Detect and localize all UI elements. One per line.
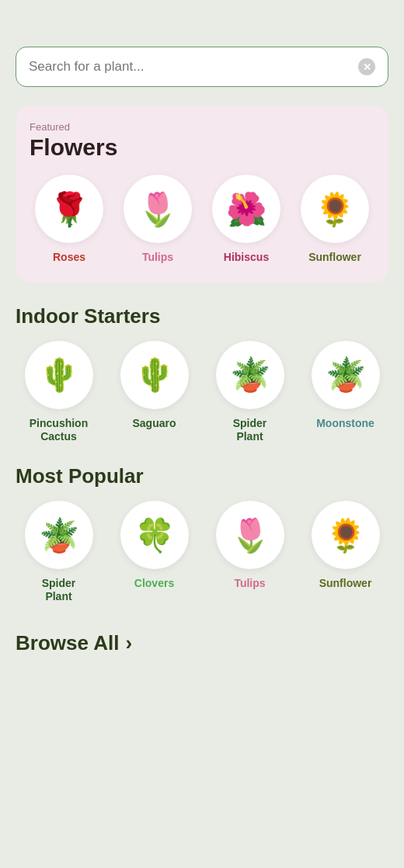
featured-label: Featured xyxy=(30,121,374,133)
plant-item[interactable]: 🪴Moonstone xyxy=(302,341,388,443)
plant-label: Saguaro xyxy=(132,417,176,430)
search-bar: ✕ xyxy=(16,47,388,87)
plant-item[interactable]: 🪴SpiderPlant xyxy=(16,501,102,603)
indoor-starters-grid: 🌵PincushionCactus🌵Saguaro🪴SpiderPlant🪴Mo… xyxy=(16,341,388,443)
plant-item[interactable]: 🪴SpiderPlant xyxy=(207,341,293,443)
most-popular-title: Most Popular xyxy=(16,464,388,488)
plant-label: Tulips xyxy=(142,251,173,264)
plant-emoji: 🌷 xyxy=(216,501,284,569)
plant-label: Hibiscus xyxy=(224,251,269,264)
plant-emoji: 🪴 xyxy=(312,341,380,409)
search-input[interactable] xyxy=(29,59,358,75)
plant-label: Moonstone xyxy=(316,417,374,430)
plant-label: PincushionCactus xyxy=(30,417,88,443)
featured-title: Flowers xyxy=(30,134,374,161)
most-popular-grid: 🪴SpiderPlant🍀Clovers🌷Tulips🌻Sunflower xyxy=(16,501,388,603)
close-icon: ✕ xyxy=(363,61,371,73)
plant-label: Tulips xyxy=(234,577,265,590)
plant-item[interactable]: 🌺Hibiscus xyxy=(207,175,286,264)
search-clear-button[interactable]: ✕ xyxy=(358,58,375,75)
plant-label: SpiderPlant xyxy=(233,417,267,443)
plant-label: Clovers xyxy=(134,577,174,590)
plant-emoji: 🪴 xyxy=(25,501,93,569)
plant-item[interactable]: 🍀Clovers xyxy=(111,501,197,603)
plant-emoji: 🌷 xyxy=(124,175,192,243)
plant-item[interactable]: 🌵PincushionCactus xyxy=(16,341,102,443)
plant-emoji: 🌹 xyxy=(35,175,103,243)
featured-section: Featured Flowers 🌹Roses🌷Tulips🌺Hibiscus🌻… xyxy=(16,106,388,283)
plant-item[interactable]: 🌻Sunflower xyxy=(302,501,388,603)
plant-emoji: 🌺 xyxy=(212,175,280,243)
plant-item[interactable]: 🌷Tulips xyxy=(207,501,293,603)
plant-emoji: 🌻 xyxy=(301,175,369,243)
plant-item[interactable]: 🌷Tulips xyxy=(118,175,197,264)
most-popular-section: Most Popular 🪴SpiderPlant🍀Clovers🌷Tulips… xyxy=(16,464,388,603)
plant-emoji: 🌵 xyxy=(120,341,189,409)
plant-item[interactable]: 🌵Saguaro xyxy=(111,341,197,443)
browse-all-button[interactable]: Browse All › xyxy=(16,625,132,661)
plant-item[interactable]: 🌻Sunflower xyxy=(295,175,374,264)
indoor-starters-title: Indoor Starters xyxy=(16,304,388,328)
plant-label: Roses xyxy=(53,251,85,264)
app-container: ✕ Featured Flowers 🌹Roses🌷Tulips🌺Hibiscu… xyxy=(0,0,404,868)
plant-label: Sunflower xyxy=(308,251,361,264)
plant-emoji: 🍀 xyxy=(120,501,189,569)
indoor-starters-section: Indoor Starters 🌵PincushionCactus🌵Saguar… xyxy=(16,304,388,443)
plant-label: Sunflower xyxy=(319,577,372,590)
plant-label: SpiderPlant xyxy=(42,577,76,603)
browse-all-label: Browse All xyxy=(16,631,119,655)
plant-emoji: 🌻 xyxy=(312,501,380,569)
featured-plant-grid: 🌹Roses🌷Tulips🌺Hibiscus🌻Sunflower xyxy=(30,175,374,264)
plant-emoji: 🪴 xyxy=(216,341,284,409)
chevron-right-icon: › xyxy=(125,631,132,655)
plant-item[interactable]: 🌹Roses xyxy=(30,175,109,264)
plant-emoji: 🌵 xyxy=(25,341,93,409)
